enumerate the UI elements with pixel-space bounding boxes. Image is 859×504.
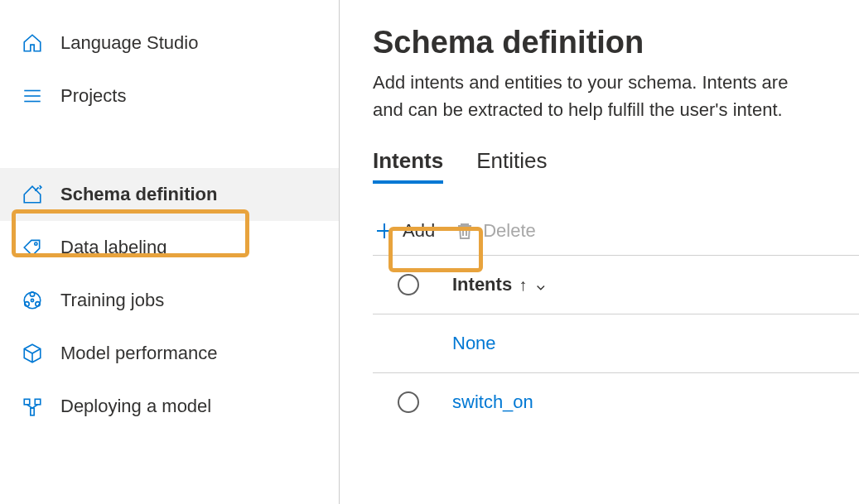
trash-icon: [455, 221, 475, 241]
sidebar-item-label: Model performance: [60, 343, 218, 364]
sidebar-item-training-jobs[interactable]: Training jobs: [0, 274, 339, 327]
svg-rect-10: [35, 399, 41, 405]
list-icon: [21, 84, 44, 108]
tool-icon: [21, 183, 44, 206]
page-title: Schema definition: [373, 25, 859, 60]
table-row: switch_on: [373, 373, 859, 431]
table-row: None: [373, 314, 859, 373]
chevron-down-icon: ⌵: [537, 277, 545, 293]
tag-icon: [21, 236, 44, 259]
tab-intents[interactable]: Intents: [373, 148, 443, 184]
sidebar-item-data-labeling[interactable]: Data labeling: [0, 221, 339, 274]
svg-rect-11: [31, 408, 34, 415]
sidebar-item-label: Language Studio: [60, 32, 198, 54]
cube-icon: [21, 342, 44, 365]
sidebar-item-deploying-a-model[interactable]: Deploying a model: [0, 380, 339, 433]
add-button-label: Add: [403, 220, 435, 242]
tabs: Intents Entities: [373, 148, 859, 184]
delete-button[interactable]: Delete: [453, 217, 538, 245]
add-button[interactable]: Add: [373, 217, 437, 245]
svg-point-8: [31, 299, 33, 301]
sidebar-item-label: Data labeling: [60, 237, 166, 258]
deploy-icon: [21, 395, 44, 418]
sidebar-item-label: Deploying a model: [60, 396, 211, 417]
toolbar: Add Delete: [373, 217, 859, 256]
home-icon: [21, 31, 44, 55]
sidebar-item-label: Schema definition: [60, 184, 217, 205]
intent-link-none[interactable]: None: [452, 333, 496, 354]
tab-entities[interactable]: Entities: [476, 148, 547, 184]
plus-icon: [374, 221, 394, 241]
svg-rect-9: [24, 399, 30, 405]
delete-button-label: Delete: [483, 220, 536, 242]
sidebar: Language Studio Projects Schema definiti…: [0, 0, 340, 504]
sidebar-item-language-studio[interactable]: Language Studio: [0, 17, 339, 70]
atom-icon: [21, 289, 44, 312]
sidebar-item-projects[interactable]: Projects: [0, 70, 339, 122]
svg-point-3: [35, 242, 37, 245]
table-header[interactable]: Intents ↑ ⌵: [373, 256, 859, 314]
select-all-radio[interactable]: [398, 274, 419, 295]
page-subtitle: Add intents and entities to your schema.…: [373, 69, 859, 123]
sidebar-item-label: Training jobs: [60, 290, 164, 311]
column-header-intents: Intents: [452, 274, 512, 295]
sidebar-item-model-performance[interactable]: Model performance: [0, 327, 339, 380]
intent-link-switch-on[interactable]: switch_on: [452, 391, 533, 413]
sidebar-item-label: Projects: [60, 85, 126, 107]
sidebar-item-schema-definition[interactable]: Schema definition: [0, 168, 339, 221]
row-radio[interactable]: [398, 391, 419, 413]
main-content: Schema definition Add intents and entiti…: [340, 0, 859, 504]
sort-arrow-icon: ↑: [519, 276, 527, 295]
